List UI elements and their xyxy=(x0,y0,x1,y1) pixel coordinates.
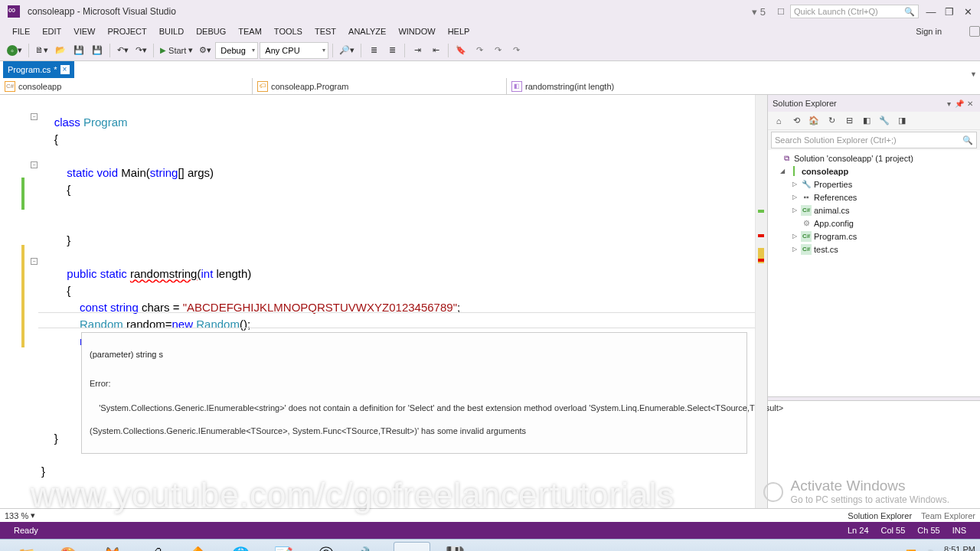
status-bar: Ready Ln 24 Col 55 Ch 55 INS xyxy=(0,522,980,539)
collapse-toggle[interactable]: − xyxy=(31,258,38,265)
taskbar-explorer-icon[interactable]: 📁 xyxy=(8,542,44,552)
menu-debug[interactable]: DEBUG xyxy=(190,25,232,37)
status-ins: INS xyxy=(952,526,966,535)
tree-item-properties[interactable]: ▷🔧Properties xyxy=(768,178,980,191)
notifications-flag[interactable]: ▾ 5 xyxy=(752,6,766,18)
nav-member-dropdown[interactable]: ◧ randomstring(int length) xyxy=(507,78,980,94)
taskbar-app-icon[interactable]: 🔶 xyxy=(179,542,216,552)
tab-program-cs[interactable]: Program.cs* × xyxy=(3,61,74,78)
taskbar-visualstudio-icon[interactable]: ∞ xyxy=(394,542,430,552)
taskbar-app-icon[interactable]: 💾 xyxy=(436,542,473,552)
close-button[interactable]: ✕ xyxy=(959,3,977,20)
panel-close-icon[interactable]: ✕ xyxy=(965,99,975,108)
menu-test[interactable]: TEST xyxy=(309,25,342,37)
outdent-button[interactable]: ⇤ xyxy=(427,42,444,59)
sx-collapse-button[interactable]: ⊟ xyxy=(841,113,857,129)
tree-item-file[interactable]: ▷C#Program.cs xyxy=(768,230,980,243)
sx-sync-button[interactable]: 🏠 xyxy=(806,113,822,129)
indent-button[interactable]: ⇥ xyxy=(409,42,426,59)
menu-edit[interactable]: EDIT xyxy=(36,25,67,37)
tab-overflow-button[interactable]: ▼ xyxy=(970,70,977,78)
undo-button[interactable]: ↶▾ xyxy=(114,42,131,59)
sx-preview-button[interactable]: ◨ xyxy=(894,113,910,129)
feedback-icon[interactable]: ☐ xyxy=(774,5,788,18)
menu-team[interactable]: TEAM xyxy=(232,25,268,37)
config-dropdown[interactable]: Debug xyxy=(215,42,258,59)
taskbar-skype-icon[interactable]: Ⓢ xyxy=(308,542,345,552)
change-marker xyxy=(21,245,24,347)
taskbar-clock[interactable]: 8:51 PM6/1/2016 xyxy=(942,545,975,552)
solution-icon: ⧉ xyxy=(781,153,792,164)
new-project-button[interactable]: 🗎▾ xyxy=(33,42,51,59)
tree-solution[interactable]: ⧉Solution 'consoleapp' (1 project) xyxy=(768,152,980,165)
solution-tree[interactable]: ⧉Solution 'consoleapp' (1 project) ◢cons… xyxy=(768,150,980,396)
taskbar-app-icon[interactable]: 🖌 xyxy=(136,542,173,552)
sx-properties-button[interactable]: 🔧 xyxy=(877,113,892,129)
panel-dropdown-icon[interactable]: ▾ xyxy=(943,99,954,108)
code-editor[interactable]: − − − class Program { static void Main(s… xyxy=(0,95,767,508)
nav-project-dropdown[interactable]: C# consoleapp xyxy=(0,78,253,94)
menu-view[interactable]: VIEW xyxy=(67,25,101,37)
nav-back-button[interactable]: ◦▾ xyxy=(5,42,24,59)
tree-item-file[interactable]: ⚙App.config xyxy=(768,217,980,230)
taskbar-firefox-icon[interactable]: 🦊 xyxy=(93,542,130,552)
collapse-toggle[interactable]: − xyxy=(31,161,38,168)
uncomment-button[interactable]: ≣ xyxy=(384,42,400,59)
find-button[interactable]: 🔎▾ xyxy=(337,42,357,59)
save-button[interactable]: 💾 xyxy=(70,42,87,59)
sign-in-link[interactable]: Sign in xyxy=(916,27,942,36)
menu-help[interactable]: HELP xyxy=(442,25,476,37)
properties-panel xyxy=(768,401,980,508)
tab-close-icon[interactable]: × xyxy=(60,65,70,74)
restore-button[interactable]: ❐ xyxy=(940,3,959,20)
menu-window[interactable]: WINDOW xyxy=(392,25,441,37)
sx-back-button[interactable]: ⟲ xyxy=(789,113,804,129)
search-icon: 🔍 xyxy=(962,135,973,145)
menu-analyze[interactable]: ANALYZE xyxy=(342,25,392,37)
bookmark-button[interactable]: 🔖 xyxy=(452,42,469,59)
redo-button[interactable]: ↷▾ xyxy=(132,42,149,59)
tree-project[interactable]: ◢consoleapp xyxy=(768,165,980,178)
sx-showall-button[interactable]: ◧ xyxy=(859,113,874,129)
nav-class-dropdown[interactable]: 🏷 consoleapp.Program xyxy=(253,78,507,94)
start-button[interactable]: ▶ Start ▾ xyxy=(158,42,195,59)
error-line: (System.Collections.Generic.IEnumerable<… xyxy=(90,425,739,437)
taskbar-paint-icon[interactable]: 🎨 xyxy=(51,542,87,552)
sx-home-button[interactable]: ⌂ xyxy=(771,113,786,129)
bottom-tab-team-explorer[interactable]: Team Explorer xyxy=(921,511,975,520)
tree-item-file[interactable]: ▷C#test.cs xyxy=(768,243,980,256)
sx-search-input[interactable]: Search Solution Explorer (Ctrl+;)🔍 xyxy=(771,132,977,148)
sx-refresh-button[interactable]: ↻ xyxy=(824,113,839,129)
minimize-button[interactable]: — xyxy=(922,3,940,20)
menu-project[interactable]: PROJECT xyxy=(101,25,152,37)
taskbar-notepad-icon[interactable]: 📝 xyxy=(265,542,302,552)
user-icon[interactable] xyxy=(969,26,980,37)
vs-logo-icon xyxy=(8,5,20,18)
sx-toolbar: ⌂ ⟲ 🏠 ↻ ⊟ ◧ 🔧 ◨ xyxy=(768,112,980,130)
window-title: consoleapp - Microsoft Visual Studio xyxy=(28,6,176,17)
taskbar-chrome-icon[interactable]: 🌐 xyxy=(222,542,259,552)
tree-item-references[interactable]: ▷▪▪References xyxy=(768,191,980,204)
bottom-tab-solution-explorer[interactable]: Solution Explorer xyxy=(848,511,912,520)
menu-tools[interactable]: TOOLS xyxy=(268,25,309,37)
menu-file[interactable]: FILE xyxy=(6,25,36,37)
quick-launch-input[interactable]: Quick Launch (Ctrl+Q)🔍 xyxy=(790,5,919,18)
taskbar-app-icon[interactable]: 🔧 xyxy=(351,542,387,552)
pin-icon[interactable]: 📌 xyxy=(954,99,965,108)
collapse-toggle[interactable]: − xyxy=(31,113,38,120)
windows-taskbar: 📁 🎨 🦊 🖌 🔶 🌐 📝 Ⓢ 🔧 ∞ 💾 ▴ 🏳 📶 🔊 8:51 PM6/1… xyxy=(0,539,980,551)
platform-dropdown[interactable]: Any CPU xyxy=(260,42,328,59)
editor-scrollbar[interactable] xyxy=(755,95,767,508)
search-icon: 🔍 xyxy=(904,7,915,17)
code-area[interactable]: class Program { static void Main(string[… xyxy=(38,95,755,508)
comment-button[interactable]: ≣ xyxy=(365,42,382,59)
system-tray[interactable]: ▴ 🏳 📶 🔊 8:51 PM6/1/2016 xyxy=(877,545,975,552)
start-options-button[interactable]: ⚙▾ xyxy=(197,42,214,59)
tab-label: Program.cs xyxy=(8,65,51,74)
tree-item-file[interactable]: ▷C#animal.cs xyxy=(768,204,980,217)
status-line: Ln 24 xyxy=(848,526,869,535)
save-all-button[interactable]: 💾 xyxy=(89,42,106,59)
zoom-level[interactable]: 133 % xyxy=(5,511,28,520)
menu-build[interactable]: BUILD xyxy=(153,25,190,37)
open-file-button[interactable]: 📂 xyxy=(52,42,69,59)
